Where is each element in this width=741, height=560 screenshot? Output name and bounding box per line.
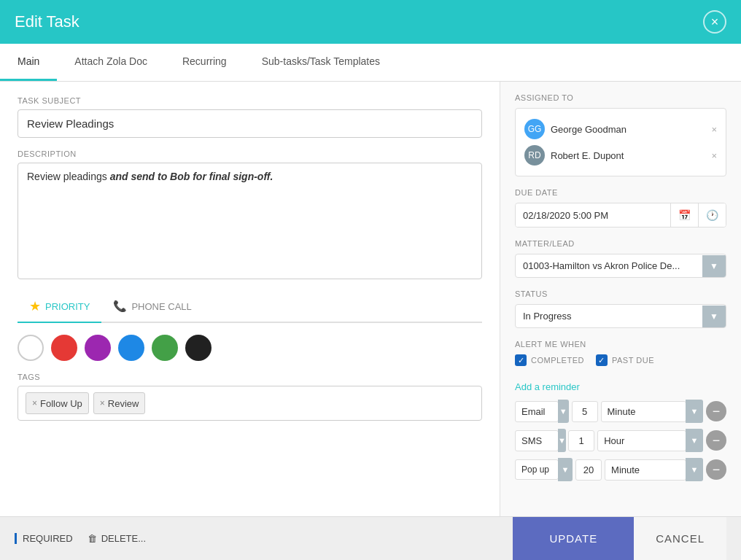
description-group: DESCRIPTION Review pleadings and send to…: [18, 149, 482, 279]
color-red[interactable]: [51, 335, 77, 361]
main-content: TASK SUBJECT DESCRIPTION Review pleading…: [0, 82, 741, 516]
assigned-to-section: ASSIGNED TO GG George Goodman × RD Rober…: [515, 93, 726, 176]
checkbox-completed-row: ✓ COMPLETED: [515, 354, 584, 366]
sub-tab-priority[interactable]: ★ PRIORITY: [18, 291, 101, 323]
reminder-popup-type-arrow[interactable]: ▼: [558, 458, 573, 481]
due-date-section: DUE DATE 📅 🕐: [515, 188, 726, 228]
remove-assignee-george[interactable]: ×: [711, 124, 717, 135]
dialog-title: Edit Task: [15, 12, 79, 31]
avatar-robert: RD: [524, 145, 545, 166]
tags-label: TAGS: [18, 373, 482, 381]
required-button[interactable]: REQUIRED: [15, 533, 73, 544]
sub-tab-priority-label: PRIORITY: [45, 301, 90, 312]
calendar-icon[interactable]: 📅: [670, 203, 698, 227]
status-value: In Progress: [516, 305, 702, 327]
assigned-to-label: ASSIGNED TO: [515, 93, 726, 102]
matter-lead-value: 01003-Hamilton vs Akron Police De...: [516, 254, 702, 277]
color-black[interactable]: [185, 335, 212, 361]
checkbox-completed[interactable]: ✓: [515, 354, 527, 366]
reminder-email-type: Email: [515, 401, 559, 422]
update-button[interactable]: UPDATE: [513, 517, 634, 561]
reminder-sms-remove[interactable]: −: [706, 430, 726, 451]
tab-main[interactable]: Main: [0, 44, 57, 81]
sub-tab-phone-call[interactable]: 📞 PHONE CALL: [101, 291, 203, 323]
reminder-email-type-arrow[interactable]: ▼: [558, 400, 569, 423]
reminder-sms-number[interactable]: [568, 430, 594, 451]
reminder-popup-type-box: Pop up ▼: [515, 458, 573, 481]
cancel-button[interactable]: CANCEL: [634, 517, 726, 561]
assignee-row-1: RD Robert E. Dupont ×: [524, 142, 717, 168]
tags-container[interactable]: × Follow Up × Review: [18, 386, 482, 421]
reminder-popup-unit: Minute: [605, 459, 686, 481]
sub-tab-bar: ★ PRIORITY 📞 PHONE CALL: [18, 291, 482, 323]
delete-button[interactable]: 🗑 DELETE...: [88, 533, 146, 544]
required-label: REQUIRED: [23, 533, 73, 544]
clock-icon[interactable]: 🕐: [698, 203, 726, 227]
alert-section: ALERT ME WHEN ✓ COMPLETED ✓ PAST DUE: [515, 340, 726, 369]
add-reminder-link[interactable]: Add a reminder: [515, 381, 580, 392]
due-date-input[interactable]: [516, 204, 670, 227]
tag-remove-follow-up[interactable]: ×: [32, 398, 37, 408]
matter-lead-label: MATTER/LEAD: [515, 239, 726, 248]
task-subject-input[interactable]: [18, 109, 482, 138]
footer-left: REQUIRED 🗑 DELETE...: [15, 533, 513, 544]
status-label: STATUS: [515, 289, 726, 298]
assignee-name-robert: Robert E. Dupont: [551, 150, 705, 161]
color-green[interactable]: [152, 335, 178, 361]
reminder-email-unit-arrow[interactable]: ▼: [686, 400, 703, 423]
reminder-popup-number[interactable]: [575, 459, 602, 481]
tab-attach-zola-doc[interactable]: Attach Zola Doc: [57, 44, 165, 81]
close-button[interactable]: ×: [703, 10, 726, 34]
footer-right: UPDATE CANCEL: [513, 517, 726, 561]
phone-icon: 📞: [113, 300, 127, 313]
reminder-row-1: SMS ▼ Hour ▼ −: [515, 429, 726, 452]
reminder-popup-type: Pop up: [515, 459, 559, 480]
tag-chip-review: × Review: [93, 392, 146, 414]
checkbox-completed-label: COMPLETED: [531, 356, 584, 365]
color-purple[interactable]: [85, 335, 111, 361]
reminder-sms-type: SMS: [515, 430, 559, 451]
status-section: STATUS In Progress ▼: [515, 289, 726, 328]
color-blue[interactable]: [118, 335, 144, 361]
reminder-email-unit: Minute: [601, 401, 686, 422]
task-subject-group: TASK SUBJECT: [18, 96, 482, 138]
checkbox-past-due-label: PAST DUE: [612, 356, 654, 365]
reminder-sms-unit-arrow[interactable]: ▼: [686, 429, 703, 452]
reminder-sms-type-arrow[interactable]: ▼: [558, 429, 566, 452]
reminder-row-0: Email ▼ Minute ▼ −: [515, 400, 726, 423]
tag-remove-review[interactable]: ×: [100, 398, 105, 408]
color-white[interactable]: [18, 335, 44, 361]
reminder-email-type-box: Email ▼: [515, 400, 569, 423]
right-panel: ASSIGNED TO GG George Goodman × RD Rober…: [500, 82, 741, 516]
status-arrow[interactable]: ▼: [702, 306, 726, 327]
description-textarea[interactable]: Review pleadings and send to Bob for fin…: [18, 163, 482, 279]
matter-lead-arrow[interactable]: ▼: [702, 255, 726, 277]
reminder-email-number[interactable]: [572, 401, 598, 422]
date-row: 📅 🕐: [515, 203, 726, 228]
assigned-box: GG George Goodman × RD Robert E. Dupont …: [515, 108, 726, 176]
reminder-sms-unit: Hour: [597, 430, 686, 451]
status-select[interactable]: In Progress ▼: [515, 304, 726, 328]
remove-assignee-robert[interactable]: ×: [711, 150, 717, 161]
tab-recurring[interactable]: Recurring: [165, 44, 244, 81]
tag-label-follow-up: Follow Up: [40, 398, 82, 409]
checkbox-past-due[interactable]: ✓: [596, 354, 608, 366]
left-panel: TASK SUBJECT DESCRIPTION Review pleading…: [0, 82, 500, 516]
due-date-label: DUE DATE: [515, 188, 726, 197]
reminder-email-unit-box: Minute ▼: [601, 400, 703, 423]
reminder-popup-unit-box: Minute ▼: [605, 458, 703, 481]
tab-subtasks[interactable]: Sub-tasks/Task Templates: [244, 44, 397, 81]
checkbox-past-due-row: ✓ PAST DUE: [596, 354, 654, 366]
star-icon: ★: [29, 298, 41, 314]
reminder-popup-unit-arrow[interactable]: ▼: [686, 458, 703, 481]
trash-icon: 🗑: [88, 533, 97, 544]
matter-lead-select[interactable]: 01003-Hamilton vs Akron Police De... ▼: [515, 254, 726, 278]
assignee-name-george: George Goodman: [551, 124, 705, 135]
color-selector: [18, 335, 482, 361]
sub-tab-phone-label: PHONE CALL: [131, 301, 191, 312]
reminder-popup-remove[interactable]: −: [706, 459, 726, 480]
dialog-header: Edit Task ×: [0, 0, 741, 44]
reminder-sms-type-box: SMS ▼: [515, 429, 565, 452]
reminder-email-remove[interactable]: −: [706, 401, 726, 421]
description-bold-text: and send to Bob for final sign-off.: [110, 171, 273, 182]
